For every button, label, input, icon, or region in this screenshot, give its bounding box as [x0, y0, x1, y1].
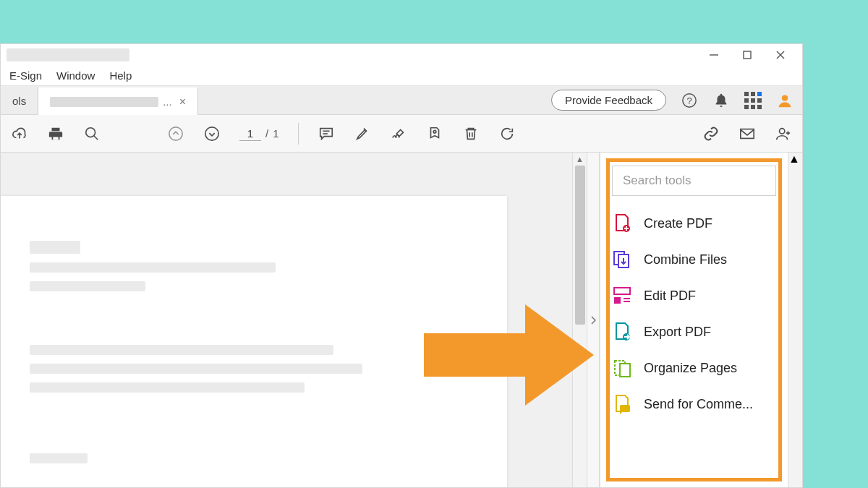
page-current-input[interactable]	[239, 127, 261, 141]
tool-combine-files[interactable]: Combine Files	[612, 249, 776, 270]
tab-document[interactable]: ... ×	[38, 87, 198, 115]
page-total: 1	[273, 127, 278, 140]
tool-label: Create PDF	[644, 216, 712, 231]
highlight-icon[interactable]	[354, 125, 371, 142]
link-share-icon[interactable]	[702, 125, 720, 142]
toolbar: / 1	[1, 115, 802, 153]
svg-rect-24	[614, 288, 630, 294]
zoom-icon[interactable]	[83, 125, 101, 142]
email-icon[interactable]	[739, 125, 756, 142]
menu-help[interactable]: Help	[102, 68, 139, 83]
search-tools-input[interactable]: Search tools	[612, 166, 776, 196]
provide-feedback-button[interactable]: Provide Feedback	[551, 90, 666, 111]
tools-panel: Search tools Create PDF Combine Files Ed…	[600, 153, 788, 487]
tool-create-pdf[interactable]: Create PDF	[612, 213, 776, 234]
close-button[interactable]	[770, 45, 791, 65]
maximize-button[interactable]	[737, 45, 757, 65]
svg-point-11	[205, 127, 218, 140]
edit-pdf-icon	[612, 286, 632, 306]
tool-label: Export PDF	[644, 325, 711, 340]
svg-point-14	[433, 130, 436, 133]
page-indicator: / 1	[239, 127, 279, 141]
tool-edit-pdf[interactable]: Edit PDF	[612, 286, 776, 306]
account-avatar[interactable]	[776, 92, 793, 109]
content-area: ▲ Search tools Create PDF Combine Files …	[1, 153, 802, 487]
create-pdf-icon	[612, 213, 632, 234]
svg-line-9	[94, 135, 98, 140]
tool-label: Send for Comme...	[644, 397, 753, 412]
tab-tools[interactable]: ols	[1, 87, 38, 114]
cloud-upload-icon[interactable]	[11, 125, 28, 142]
svg-text:?: ?	[686, 95, 692, 106]
tool-organize-pages[interactable]: Organize Pages	[612, 358, 776, 378]
combine-files-icon	[612, 249, 632, 270]
menu-window[interactable]: Window	[49, 68, 102, 83]
tab-bar: ols ... × Provide Feedback ?	[1, 86, 802, 115]
svg-point-8	[86, 127, 95, 137]
notifications-icon[interactable]	[712, 92, 730, 109]
tool-send-for-comments[interactable]: Send for Comme...	[612, 394, 776, 414]
title-placeholder	[7, 48, 129, 61]
panel-collapse-handle[interactable]	[587, 153, 600, 487]
svg-rect-17	[741, 129, 754, 138]
minimize-button[interactable]	[704, 45, 724, 65]
tool-label: Edit PDF	[644, 288, 696, 304]
sign-icon[interactable]	[390, 125, 407, 142]
app-window: E-Sign Window Help ols ... × Provide Fee…	[0, 43, 803, 488]
menu-esign[interactable]: E-Sign	[2, 68, 49, 83]
comment-icon[interactable]	[318, 125, 335, 142]
svg-rect-1	[744, 51, 751, 59]
tool-label: Organize Pages	[644, 361, 737, 376]
search-placeholder: Search tools	[623, 174, 692, 188]
svg-rect-7	[53, 137, 58, 140]
tool-label: Combine Files	[644, 252, 727, 267]
window-controls	[704, 45, 798, 65]
organize-pages-icon	[612, 358, 632, 378]
tab-title-placeholder	[50, 97, 158, 107]
callout-highlight	[606, 158, 782, 481]
svg-point-18	[780, 128, 785, 133]
help-icon[interactable]: ?	[681, 92, 698, 109]
svg-rect-30	[620, 364, 630, 377]
document-scrollbar[interactable]: ▲	[572, 153, 587, 487]
send-comments-icon	[612, 394, 632, 414]
document-viewport[interactable]	[1, 153, 572, 487]
tab-ellipsis: ...	[163, 95, 172, 108]
export-pdf-icon	[612, 322, 632, 342]
svg-point-10	[169, 127, 182, 140]
document-page	[1, 196, 507, 487]
delete-icon[interactable]	[462, 125, 480, 142]
panel-scrollbar[interactable]: ▲	[788, 153, 802, 487]
svg-rect-31	[620, 405, 630, 412]
title-bar	[1, 44, 802, 66]
print-icon[interactable]	[47, 125, 64, 142]
rotate-icon[interactable]	[498, 125, 516, 142]
svg-rect-25	[614, 297, 621, 304]
page-separator: /	[265, 127, 268, 140]
toolbar-separator	[298, 123, 299, 145]
scroll-up-arrow[interactable]: ▲	[573, 153, 587, 166]
panel-scroll-up-arrow[interactable]: ▲	[788, 153, 802, 166]
menu-bar: E-Sign Window Help	[1, 66, 802, 86]
share-people-icon[interactable]	[775, 125, 792, 142]
svg-point-6	[782, 95, 788, 100]
stamp-icon[interactable]	[426, 125, 443, 142]
page-up-icon[interactable]	[167, 125, 184, 142]
scroll-thumb[interactable]	[575, 166, 585, 325]
tab-close-icon[interactable]: ×	[179, 96, 186, 108]
tool-export-pdf[interactable]: Export PDF	[612, 322, 776, 342]
tab-label: ols	[12, 95, 26, 107]
page-down-icon[interactable]	[203, 125, 221, 142]
apps-icon[interactable]	[744, 92, 762, 109]
